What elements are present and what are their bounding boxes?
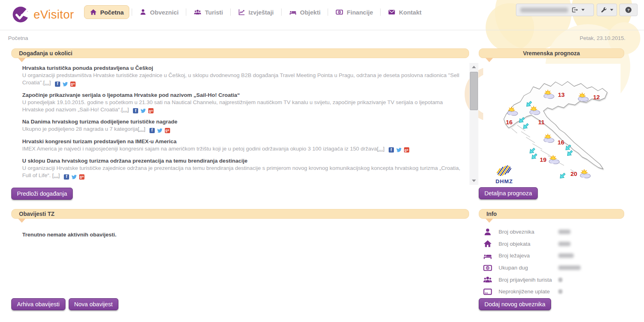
news-body: U organizaciji predstavništva Hrvatske t… bbox=[22, 72, 459, 86]
info-stats: Broj obveznika Broj objekata Broj ležaje… bbox=[483, 226, 624, 298]
chevron-down-icon bbox=[610, 9, 613, 11]
news-more-link[interactable]: [...] bbox=[43, 79, 51, 86]
logout-icon bbox=[571, 6, 578, 13]
news-scrollbar[interactable] bbox=[469, 63, 478, 185]
croatia-weather-map: 13 12 16 11 16 19 20 DHMZ bbox=[483, 64, 621, 186]
nav-separator bbox=[132, 8, 132, 16]
home-icon bbox=[90, 8, 97, 16]
twitter-icon[interactable] bbox=[62, 82, 68, 87]
news-title: U sklopu Dana hrvatskog turizma održana … bbox=[22, 157, 461, 165]
facebook-icon[interactable]: f bbox=[149, 128, 155, 133]
scrollbar-thumb[interactable] bbox=[470, 72, 478, 110]
panel-pointer bbox=[18, 58, 25, 62]
googleplus-icon[interactable]: g+ bbox=[404, 147, 409, 153]
twitter-icon[interactable] bbox=[157, 128, 163, 133]
help-button[interactable] bbox=[619, 4, 638, 16]
nav-label: Financije bbox=[347, 9, 373, 16]
breadcrumb: Početna bbox=[8, 35, 28, 41]
evisitor-home-page: eVisitor Početna Obveznici Turisti Izvje… bbox=[0, 0, 644, 322]
new-notice-button[interactable]: Nova obavijest bbox=[69, 298, 118, 310]
user-menu-button[interactable] bbox=[516, 4, 594, 16]
news-more-link[interactable]: [...] bbox=[121, 107, 129, 113]
googleplus-icon[interactable]: g+ bbox=[70, 82, 76, 87]
suggest-events-button[interactable]: Predloži događanja bbox=[11, 188, 73, 200]
events-list: Hrvatska turistička ponuda predstavljena… bbox=[11, 63, 478, 185]
nav-label: Obveznici bbox=[150, 9, 179, 16]
news-item: Hrvatski kongresni turizam predstavljen … bbox=[22, 138, 461, 153]
news-body: Ukupno je podijeljeno 28 nagrada u 7 kat… bbox=[22, 126, 138, 132]
facebook-icon[interactable]: f bbox=[64, 174, 69, 180]
facebook-icon[interactable]: f bbox=[133, 108, 138, 113]
info-row-obveznici: Broj obveznika bbox=[483, 226, 624, 238]
person-icon bbox=[139, 8, 147, 16]
nav-item-izvjestaji[interactable]: Izvještaji bbox=[233, 5, 279, 19]
bed-icon bbox=[483, 251, 493, 260]
header-bar: eVisitor Početna Obveznici Turisti Izvje… bbox=[0, 0, 644, 30]
news-more-link[interactable]: [...] bbox=[377, 146, 385, 152]
info-label: Broj prijavljenih turista bbox=[499, 277, 558, 283]
facebook-icon[interactable]: f bbox=[55, 82, 60, 87]
nav-item-pocetna[interactable]: Početna bbox=[84, 5, 129, 19]
twitter-icon[interactable] bbox=[71, 174, 77, 180]
panel-pointer bbox=[18, 219, 25, 223]
googleplus-icon[interactable]: g+ bbox=[148, 108, 154, 113]
detailed-forecast-button[interactable]: Detaljna prognoza bbox=[479, 187, 538, 199]
evisitor-logo[interactable]: eVisitor bbox=[11, 5, 74, 24]
news-body: U ponedjeljak 19.10.2015. godine s počet… bbox=[22, 99, 443, 113]
panel-pointer bbox=[486, 58, 493, 62]
info-label: Broj objekata bbox=[499, 241, 558, 247]
banknote-icon bbox=[483, 263, 493, 272]
info-row-turisti: Broj prijavljenih turista bbox=[483, 274, 624, 286]
nav-item-kontakt[interactable]: Kontakt bbox=[383, 5, 426, 19]
googleplus-icon[interactable]: g+ bbox=[165, 128, 170, 133]
temperature-label: 13 bbox=[558, 91, 565, 98]
people-icon bbox=[483, 275, 493, 284]
nav-item-objekti[interactable]: Objekti bbox=[284, 5, 326, 19]
scroll-up-button[interactable] bbox=[469, 63, 478, 71]
home-icon bbox=[483, 239, 493, 248]
person-icon bbox=[483, 228, 493, 236]
temperature-label: 12 bbox=[593, 94, 600, 100]
nav-item-obveznici[interactable]: Obveznici bbox=[135, 5, 183, 19]
archive-notices-button[interactable]: Arhiva obavijesti bbox=[11, 298, 65, 310]
nav-separator bbox=[186, 8, 186, 16]
news-more-link[interactable]: [...] bbox=[138, 126, 145, 132]
nav-label: Turisti bbox=[205, 9, 223, 16]
info-row-uplate: Neproknjižene uplate bbox=[483, 286, 624, 298]
news-item: Na Danima hrvatskog turizma dodijeljene … bbox=[22, 118, 461, 133]
temperature-label: 19 bbox=[540, 156, 547, 163]
nav-label: Kontakt bbox=[399, 9, 421, 16]
info-row-objekti: Broj objekata bbox=[483, 238, 624, 250]
news-item: Započinje prikazivanje serijala o ljepot… bbox=[22, 92, 461, 114]
wrench-icon bbox=[601, 7, 607, 13]
chevron-down-icon bbox=[581, 9, 585, 11]
news-body: U organizaciji Hrvatske turističke zajed… bbox=[22, 165, 460, 178]
news-more-link[interactable]: [...] bbox=[52, 172, 60, 178]
nav-separator bbox=[281, 8, 282, 16]
nav-label: Objekti bbox=[300, 9, 321, 16]
twitter-icon[interactable] bbox=[396, 147, 402, 153]
news-title: Započinje prikazivanje serijala o ljepot… bbox=[22, 92, 461, 99]
nav-separator bbox=[328, 8, 328, 16]
temperature-label: 20 bbox=[570, 170, 577, 177]
temperature-label: 11 bbox=[538, 119, 545, 125]
news-title: Na Danima hrvatskog turizma dodijeljene … bbox=[22, 118, 461, 125]
tools-menu-button[interactable] bbox=[597, 4, 617, 16]
info-value-redacted bbox=[558, 253, 574, 258]
nav-item-financije[interactable]: Financije bbox=[330, 5, 378, 19]
info-panel-title: Info bbox=[486, 211, 497, 217]
twitter-icon[interactable] bbox=[140, 108, 146, 113]
facebook-icon[interactable]: f bbox=[389, 147, 394, 153]
news-title: Hrvatska turistička ponuda predstavljena… bbox=[22, 65, 461, 72]
news-item: U sklopu Dana hrvatskog turizma održana … bbox=[22, 157, 461, 180]
nav-item-turisti[interactable]: Turisti bbox=[189, 5, 228, 19]
scroll-down-button[interactable] bbox=[469, 177, 478, 185]
dhmz-label: DHMZ bbox=[496, 178, 513, 184]
googleplus-icon[interactable]: g+ bbox=[79, 174, 84, 180]
info-row-lezajevi: Broj ležajeva bbox=[483, 250, 624, 262]
info-label: Broj ležajeva bbox=[499, 253, 558, 259]
nav-separator bbox=[380, 8, 381, 16]
add-obveznik-button[interactable]: Dodaj novog obveznika bbox=[479, 298, 551, 310]
info-value-redacted bbox=[558, 289, 562, 294]
panel-pointer bbox=[486, 219, 493, 223]
